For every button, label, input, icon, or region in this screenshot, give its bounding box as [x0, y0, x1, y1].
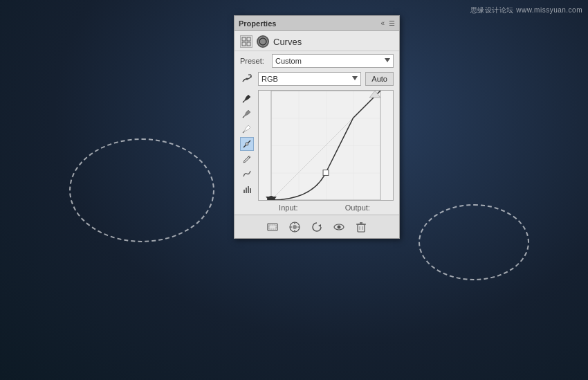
panel-title: Properties [239, 19, 276, 28]
pencil-tool-button[interactable] [240, 152, 254, 166]
preset-row: Preset: Custom Default Linear Contrast M… [235, 51, 399, 71]
selection-right [419, 204, 529, 280]
view-previous-button[interactable] [287, 219, 302, 235]
smooth-tool-button[interactable] [240, 168, 254, 181]
input-label: Input: [279, 203, 298, 212]
svg-point-5 [246, 78, 248, 80]
curves-title: Curves [273, 37, 302, 47]
svg-rect-26 [269, 225, 276, 229]
output-label: Output: [345, 203, 370, 212]
svg-rect-2 [242, 42, 246, 46]
svg-rect-21 [323, 170, 329, 176]
curves-main [235, 89, 399, 202]
svg-rect-3 [247, 42, 250, 46]
svg-rect-0 [242, 37, 246, 41]
panel-toolbar [235, 215, 399, 238]
panel-collapse-button[interactable]: « [380, 20, 385, 27]
svg-rect-15 [246, 188, 247, 193]
properties-panel: Properties « ☰ Curves Preset: Custom Def [234, 15, 400, 239]
curves-layer-icon [257, 35, 269, 48]
svg-rect-16 [248, 186, 249, 193]
svg-rect-36 [358, 224, 365, 232]
panel-controls: « ☰ [380, 20, 395, 27]
properties-icon [240, 35, 252, 48]
io-row: Input: Output: [235, 202, 399, 215]
eyedropper-black-button[interactable] [240, 91, 254, 105]
eyedropper-white-button[interactable] [240, 122, 254, 136]
svg-point-28 [293, 225, 297, 229]
svg-rect-1 [247, 37, 250, 41]
reset-button[interactable] [309, 219, 324, 235]
channel-select[interactable]: RGB Red Green Blue [258, 72, 361, 86]
selection-left [69, 138, 214, 242]
visibility-button[interactable] [331, 219, 347, 235]
preset-select[interactable]: Custom Default Linear Contrast Medium Co… [272, 54, 394, 68]
curve-canvas-wrapper [258, 90, 394, 201]
svg-rect-14 [244, 190, 245, 193]
panel-titlebar: Properties « ☰ [235, 16, 399, 31]
svg-line-10 [243, 132, 244, 133]
watermark: 思缘设计论坛 www.missyuan.com [470, 6, 582, 15]
curve-canvas[interactable] [258, 90, 394, 201]
panel-menu-button[interactable]: ☰ [389, 20, 395, 27]
curves-header: Curves [235, 31, 399, 51]
svg-line-8 [243, 101, 244, 102]
svg-rect-11 [246, 143, 248, 145]
histogram-button[interactable] [240, 183, 254, 197]
curve-on-image-button[interactable] [240, 72, 254, 86]
eyedropper-gray-button[interactable] [240, 107, 254, 120]
svg-point-35 [338, 225, 341, 228]
svg-point-4 [259, 38, 266, 45]
preset-label: Preset: [240, 57, 268, 65]
svg-rect-17 [250, 188, 251, 193]
delete-button[interactable] [353, 219, 369, 235]
auto-button[interactable]: Auto [365, 72, 394, 86]
curve-adjustment-button[interactable] [240, 137, 254, 151]
clip-to-layer-button[interactable] [265, 219, 280, 235]
rgb-row: RGB Red Green Blue Auto [235, 71, 399, 89]
tool-column [240, 90, 255, 201]
svg-marker-33 [318, 224, 321, 227]
svg-line-9 [243, 116, 244, 118]
